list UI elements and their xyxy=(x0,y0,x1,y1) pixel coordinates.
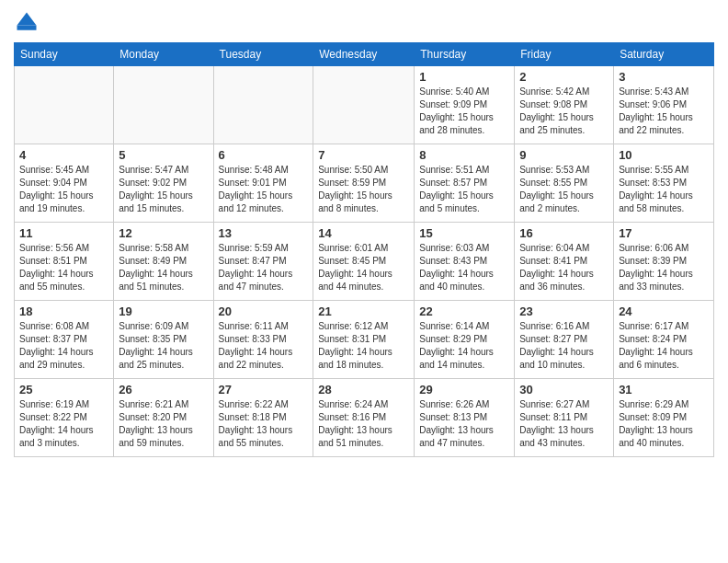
day-number: 27 xyxy=(219,383,309,396)
day-info: Sunrise: 6:08 AMSunset: 8:37 PMDaylight:… xyxy=(19,320,108,372)
day-info: Sunrise: 6:27 AMSunset: 8:11 PMDaylight:… xyxy=(519,398,609,450)
day-info: Sunrise: 6:04 AMSunset: 8:41 PMDaylight:… xyxy=(519,242,609,293)
calendar-cell: 2Sunrise: 5:42 AMSunset: 9:08 PMDaylight… xyxy=(515,66,614,144)
calendar-cell: 18Sunrise: 6:08 AMSunset: 8:37 PMDayligh… xyxy=(15,301,114,379)
calendar-cell: 17Sunrise: 6:06 AMSunset: 8:39 PMDayligh… xyxy=(614,223,714,301)
day-number: 15 xyxy=(419,226,509,240)
day-number: 28 xyxy=(318,383,409,396)
calendar-cell: 3Sunrise: 5:43 AMSunset: 9:06 PMDaylight… xyxy=(614,66,714,144)
calendar-cell: 25Sunrise: 6:19 AMSunset: 8:22 PMDayligh… xyxy=(15,379,114,457)
day-info: Sunrise: 5:48 AMSunset: 9:01 PMDaylight:… xyxy=(219,164,309,215)
day-number: 25 xyxy=(19,383,108,396)
day-number: 29 xyxy=(419,383,509,396)
day-number: 6 xyxy=(219,148,309,162)
day-info: Sunrise: 5:51 AMSunset: 8:57 PMDaylight:… xyxy=(419,164,509,215)
day-info: Sunrise: 6:01 AMSunset: 8:45 PMDaylight:… xyxy=(318,242,409,293)
day-info: Sunrise: 6:16 AMSunset: 8:27 PMDaylight:… xyxy=(519,320,609,372)
day-number: 26 xyxy=(119,383,208,396)
day-info: Sunrise: 6:12 AMSunset: 8:31 PMDaylight:… xyxy=(318,320,409,372)
day-number: 7 xyxy=(318,148,409,162)
day-info: Sunrise: 6:14 AMSunset: 8:29 PMDaylight:… xyxy=(419,320,509,372)
weekday-header-wednesday: Wednesday xyxy=(313,43,415,66)
day-info: Sunrise: 6:24 AMSunset: 8:16 PMDaylight:… xyxy=(318,398,409,450)
calendar-cell: 4Sunrise: 5:45 AMSunset: 9:04 PMDaylight… xyxy=(15,144,114,223)
calendar-week-row-2: 4Sunrise: 5:45 AMSunset: 9:04 PMDaylight… xyxy=(15,144,714,223)
calendar-cell: 29Sunrise: 6:26 AMSunset: 8:13 PMDayligh… xyxy=(415,379,515,457)
calendar-cell: 8Sunrise: 5:51 AMSunset: 8:57 PMDaylight… xyxy=(415,144,515,223)
day-number: 14 xyxy=(318,226,409,240)
day-number: 16 xyxy=(519,226,609,240)
calendar-cell: 11Sunrise: 5:56 AMSunset: 8:51 PMDayligh… xyxy=(15,223,114,301)
day-number: 11 xyxy=(19,226,108,240)
calendar-cell xyxy=(313,66,415,144)
calendar-cell: 23Sunrise: 6:16 AMSunset: 8:27 PMDayligh… xyxy=(515,301,614,379)
logo xyxy=(14,9,43,35)
svg-marker-0 xyxy=(17,13,37,26)
calendar-week-row-1: 1Sunrise: 5:40 AMSunset: 9:09 PMDaylight… xyxy=(15,66,714,144)
day-info: Sunrise: 6:03 AMSunset: 8:43 PMDaylight:… xyxy=(419,242,509,293)
day-number: 31 xyxy=(619,383,709,396)
day-number: 19 xyxy=(119,304,208,318)
weekday-header-thursday: Thursday xyxy=(415,43,515,66)
weekday-header-saturday: Saturday xyxy=(614,43,714,66)
svg-rect-1 xyxy=(17,26,37,30)
day-number: 18 xyxy=(19,304,108,318)
day-number: 13 xyxy=(219,226,309,240)
day-number: 22 xyxy=(419,304,509,318)
day-number: 4 xyxy=(19,148,108,162)
calendar-week-row-3: 11Sunrise: 5:56 AMSunset: 8:51 PMDayligh… xyxy=(15,223,714,301)
weekday-header-row: SundayMondayTuesdayWednesdayThursdayFrid… xyxy=(15,43,714,66)
day-info: Sunrise: 5:43 AMSunset: 9:06 PMDaylight:… xyxy=(619,86,709,137)
day-number: 2 xyxy=(519,70,609,84)
calendar-cell: 5Sunrise: 5:47 AMSunset: 9:02 PMDaylight… xyxy=(114,144,213,223)
calendar-cell xyxy=(114,66,213,144)
day-number: 24 xyxy=(619,304,709,318)
day-number: 17 xyxy=(619,226,709,240)
calendar-cell: 21Sunrise: 6:12 AMSunset: 8:31 PMDayligh… xyxy=(313,301,415,379)
logo-icon xyxy=(14,9,40,35)
day-number: 12 xyxy=(119,226,208,240)
weekday-header-sunday: Sunday xyxy=(15,43,114,66)
calendar-cell: 31Sunrise: 6:29 AMSunset: 8:09 PMDayligh… xyxy=(614,379,714,457)
day-info: Sunrise: 6:17 AMSunset: 8:24 PMDaylight:… xyxy=(619,320,709,372)
calendar-cell: 27Sunrise: 6:22 AMSunset: 8:18 PMDayligh… xyxy=(213,379,313,457)
day-info: Sunrise: 6:06 AMSunset: 8:39 PMDaylight:… xyxy=(619,242,709,293)
day-number: 10 xyxy=(619,148,709,162)
day-info: Sunrise: 5:42 AMSunset: 9:08 PMDaylight:… xyxy=(519,86,609,137)
calendar-cell: 16Sunrise: 6:04 AMSunset: 8:41 PMDayligh… xyxy=(515,223,614,301)
calendar-table: SundayMondayTuesdayWednesdayThursdayFrid… xyxy=(14,42,714,457)
day-info: Sunrise: 5:40 AMSunset: 9:09 PMDaylight:… xyxy=(419,86,509,137)
page-header xyxy=(14,9,714,35)
calendar-cell xyxy=(15,66,114,144)
day-info: Sunrise: 5:58 AMSunset: 8:49 PMDaylight:… xyxy=(119,242,208,293)
day-number: 9 xyxy=(519,148,609,162)
day-info: Sunrise: 5:56 AMSunset: 8:51 PMDaylight:… xyxy=(19,242,108,293)
weekday-header-tuesday: Tuesday xyxy=(213,43,313,66)
weekday-header-monday: Monday xyxy=(114,43,213,66)
calendar-cell: 7Sunrise: 5:50 AMSunset: 8:59 PMDaylight… xyxy=(313,144,415,223)
day-info: Sunrise: 5:50 AMSunset: 8:59 PMDaylight:… xyxy=(318,164,409,215)
day-info: Sunrise: 5:55 AMSunset: 8:53 PMDaylight:… xyxy=(619,164,709,215)
day-info: Sunrise: 5:47 AMSunset: 9:02 PMDaylight:… xyxy=(119,164,208,215)
day-number: 5 xyxy=(119,148,208,162)
calendar-cell: 1Sunrise: 5:40 AMSunset: 9:09 PMDaylight… xyxy=(415,66,515,144)
calendar-cell: 10Sunrise: 5:55 AMSunset: 8:53 PMDayligh… xyxy=(614,144,714,223)
calendar-cell: 14Sunrise: 6:01 AMSunset: 8:45 PMDayligh… xyxy=(313,223,415,301)
day-number: 30 xyxy=(519,383,609,396)
day-info: Sunrise: 5:59 AMSunset: 8:47 PMDaylight:… xyxy=(219,242,309,293)
calendar-week-row-4: 18Sunrise: 6:08 AMSunset: 8:37 PMDayligh… xyxy=(15,301,714,379)
calendar-cell: 9Sunrise: 5:53 AMSunset: 8:55 PMDaylight… xyxy=(515,144,614,223)
calendar-cell: 28Sunrise: 6:24 AMSunset: 8:16 PMDayligh… xyxy=(313,379,415,457)
calendar-cell: 20Sunrise: 6:11 AMSunset: 8:33 PMDayligh… xyxy=(213,301,313,379)
day-info: Sunrise: 6:22 AMSunset: 8:18 PMDaylight:… xyxy=(219,398,309,450)
calendar-cell: 24Sunrise: 6:17 AMSunset: 8:24 PMDayligh… xyxy=(614,301,714,379)
day-info: Sunrise: 6:29 AMSunset: 8:09 PMDaylight:… xyxy=(619,398,709,450)
day-number: 20 xyxy=(219,304,309,318)
day-info: Sunrise: 6:19 AMSunset: 8:22 PMDaylight:… xyxy=(19,398,108,450)
calendar-cell: 13Sunrise: 5:59 AMSunset: 8:47 PMDayligh… xyxy=(213,223,313,301)
weekday-header-friday: Friday xyxy=(515,43,614,66)
calendar-cell xyxy=(213,66,313,144)
day-number: 21 xyxy=(318,304,409,318)
calendar-cell: 12Sunrise: 5:58 AMSunset: 8:49 PMDayligh… xyxy=(114,223,213,301)
calendar-cell: 6Sunrise: 5:48 AMSunset: 9:01 PMDaylight… xyxy=(213,144,313,223)
